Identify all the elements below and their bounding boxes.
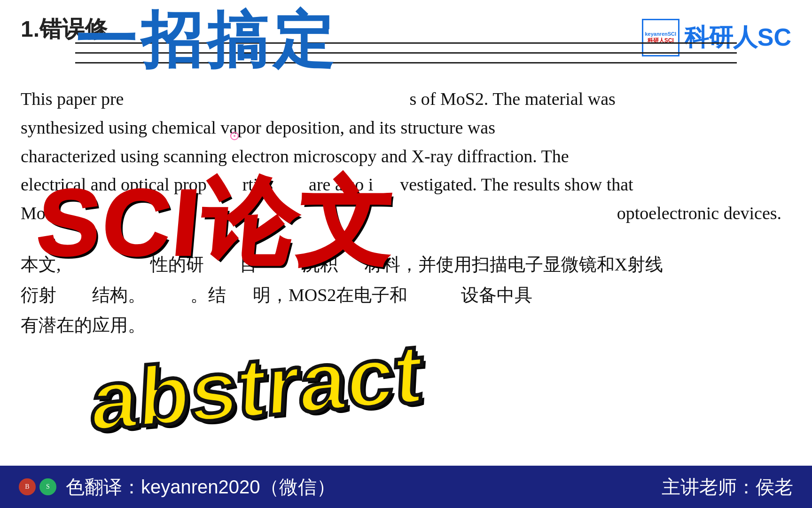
cn-gap-2b: xxxxx (146, 285, 190, 305)
logo-top-text: keyanrenSCI (645, 31, 676, 37)
cn-line2-mid2: 。结 (190, 285, 226, 305)
cn-line1-end: 材料，并使用扫描电子显微镜和X射线 (365, 254, 663, 274)
cn-gap-2c: xxx (226, 285, 253, 305)
main-content: 1.错误修 keyanrenSCI 科研人SCI 科研人SC 一招搞定 This… (0, 0, 812, 466)
cn-line2-fin: 设备中具 (461, 285, 532, 305)
eng-gap-1: xxxxxxxxxxxxxxxxxxxxxxxxxxxxxxxx (124, 89, 409, 109)
bottom-bar-left-label: 色翻译：keyanren2020（微信） (66, 474, 336, 500)
bottom-icons: B S (19, 478, 56, 495)
cn-line2-start: 衍射 (21, 285, 56, 305)
cn-line2-end: 明，MOS2在电子和 (253, 285, 407, 305)
mouse-cursor (230, 132, 239, 140)
icon-1: B (19, 478, 36, 495)
eng-line-1-end: s of MoS2. The material was (409, 89, 615, 109)
eng-line-2: synthesized using chemical vapor deposit… (21, 113, 791, 142)
bottom-bar: B S 色翻译：keyanren2020（微信） 主讲老师：侯老 (0, 466, 812, 508)
sci-overlay: SCI论文 (32, 160, 399, 287)
eng-line-1: This paper prexxxxxxxxxxxxxxxxxxxxxxxxxx… (21, 85, 791, 113)
eng-line4-fin: vestigated. The results show that (400, 175, 633, 194)
cn-line2-mid: 结构。 (92, 285, 146, 305)
title-overlay-blue: 一招搞定 (75, 9, 338, 71)
eng-line-1-start: This paper pre (21, 89, 124, 109)
bottom-bar-right-label: 主讲老师：侯老 (662, 474, 793, 500)
cn-gap-2: xxxx (56, 285, 92, 305)
icon-2: S (39, 478, 56, 495)
eng-line5-end: optoelectronic devices. (617, 203, 781, 223)
bottom-left: B S 色翻译：keyanren2020（微信） (19, 474, 336, 500)
cn-gap-2d: xxxxxx (407, 285, 461, 305)
